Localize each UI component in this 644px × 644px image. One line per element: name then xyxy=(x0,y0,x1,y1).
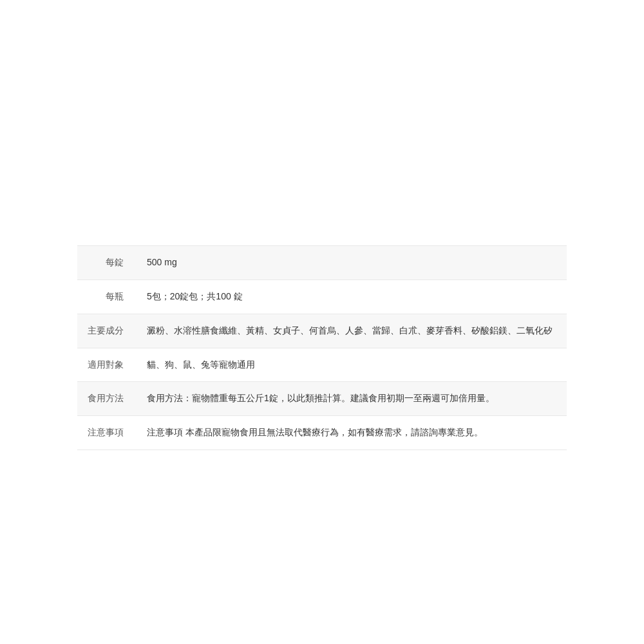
product-info-table: 每錠500 mg每瓶5包；20錠包；共100 錠主要成分澱粉、水溶性膳食纖維、黃… xyxy=(77,245,567,450)
page-wrapper: 每錠500 mg每瓶5包；20錠包；共100 錠主要成分澱粉、水溶性膳食纖維、黃… xyxy=(0,0,644,644)
table-row: 適用對象貓、狗、鼠、兔等寵物通用 xyxy=(77,348,567,382)
row-value: 澱粉、水溶性膳食纖維、黃精、女貞子、何首烏、人參、當歸、白朮、麥芽香料、矽酸鋁鎂… xyxy=(137,314,567,348)
row-value: 500 mg xyxy=(137,246,567,280)
row-label: 每錠 xyxy=(77,246,137,280)
row-value: 貓、狗、鼠、兔等寵物通用 xyxy=(137,348,567,382)
row-label: 適用對象 xyxy=(77,348,137,382)
row-value: 食用方法：寵物體重每五公斤1錠，以此類推計算。建議食用初期一至兩週可加倍用量。 xyxy=(137,382,567,416)
table-row: 主要成分澱粉、水溶性膳食纖維、黃精、女貞子、何首烏、人參、當歸、白朮、麥芽香料、… xyxy=(77,314,567,348)
content-area: 每錠500 mg每瓶5包；20錠包；共100 錠主要成分澱粉、水溶性膳食纖維、黃… xyxy=(77,245,567,450)
row-label: 每瓶 xyxy=(77,279,137,314)
row-value: 5包；20錠包；共100 錠 xyxy=(137,279,567,314)
row-label: 主要成分 xyxy=(77,314,137,348)
table-row: 食用方法食用方法：寵物體重每五公斤1錠，以此類推計算。建議食用初期一至兩週可加倍… xyxy=(77,382,567,416)
row-value: 注意事項 本產品限寵物食用且無法取代醫療行為，如有醫療需求，請諮詢專業意見。 xyxy=(137,416,567,450)
table-row: 每錠500 mg xyxy=(77,246,567,280)
row-label: 食用方法 xyxy=(77,382,137,416)
table-row: 注意事項注意事項 本產品限寵物食用且無法取代醫療行為，如有醫療需求，請諮詢專業意… xyxy=(77,416,567,450)
row-label: 注意事項 xyxy=(77,416,137,450)
table-row: 每瓶5包；20錠包；共100 錠 xyxy=(77,279,567,314)
